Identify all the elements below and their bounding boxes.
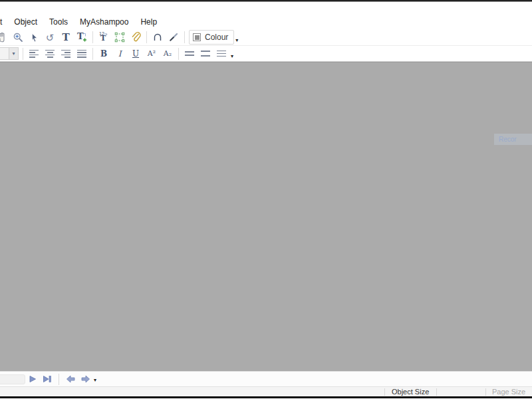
text-frame-button[interactable]: T [74,30,89,45]
bold-button[interactable]: B [96,47,111,61]
toolbar-overflow-arrow-icon[interactable]: ▾ [231,54,233,59]
status-separator [485,388,486,396]
superscript-label: A² [148,49,156,58]
italic-button[interactable]: I [112,47,127,61]
align-center-button[interactable] [43,47,57,61]
back-button[interactable] [64,373,77,385]
underline-button[interactable]: U [128,47,143,61]
colour-swatch-icon [193,33,201,41]
titlebar [0,2,532,16]
last-page-button[interactable] [41,373,54,385]
attach-button[interactable] [128,30,143,45]
nav-separator [59,374,59,385]
faint-tooltip: Recor [494,134,532,145]
status-separator [436,388,437,396]
toolbar-separator [146,31,147,43]
menu-item-cropped[interactable]: t [0,17,8,28]
nav-overflow-arrow-icon[interactable]: ▾ [94,378,96,383]
zoom-tool-button[interactable] [11,30,25,45]
select-tool-button[interactable] [27,30,41,45]
align-right-icon [61,50,70,58]
toolbar-separator [184,31,185,43]
curve-icon [152,32,163,43]
rotate-tool-button[interactable]: ↺ [43,30,57,45]
align-right-button[interactable] [59,47,73,61]
text-toolbar: ▾ B I U A² A₂ [0,46,532,62]
toolbar-separator [92,48,93,60]
status-separator [384,388,385,396]
line-spacing-medium-button[interactable] [198,47,213,61]
toolbar-separator [178,48,179,60]
line-spacing-medium-icon [201,51,210,57]
screen-bottom-edge [0,396,532,398]
app-window: t Object Tools MyAshampoo Help [0,0,532,399]
chevron-down-icon[interactable]: ▾ [9,48,18,59]
align-justify-button[interactable] [74,47,89,61]
font-combobox-field [0,48,9,59]
align-left-button[interactable] [27,47,41,61]
line-spacing-single-button[interactable] [182,47,197,61]
bold-label: B [100,49,107,59]
picker-pen-button[interactable] [166,30,181,45]
numbered-text-icon: 12 T [98,32,109,43]
forward-button[interactable] [78,373,92,385]
page-number-input[interactable] [0,374,25,384]
align-justify-icon [77,50,86,58]
menubar: t Object Tools MyAshampoo Help [0,16,532,29]
magnifier-icon [13,32,23,43]
text-frame-add-icon: T [76,32,87,43]
font-combobox[interactable]: ▾ [0,47,19,60]
last-page-icon [43,375,52,383]
back-arrow-icon [66,375,76,383]
statusbar: Object Size Page Size [0,386,532,396]
line-spacing-wide-icon [217,51,226,57]
subscript-button[interactable]: A₂ [160,47,175,61]
paperclip-icon [130,32,141,43]
rotate-arrow-icon: ↺ [46,33,55,43]
subscript-label: A₂ [164,49,172,58]
align-left-icon [29,50,39,58]
line-spacing-single-icon [185,51,194,56]
menu-item-object[interactable]: Object [8,17,43,28]
next-page-button[interactable] [26,373,39,385]
superscript-button[interactable]: A² [144,47,159,61]
status-object-size: Object Size [392,387,429,396]
underline-label: U [132,49,139,59]
forward-arrow-icon [80,375,90,383]
text-tool-icon: T [62,31,69,43]
page-nav-bar: ▾ [0,371,532,386]
hand-icon [0,32,7,43]
document-canvas[interactable]: Recor [0,62,532,371]
next-page-icon [29,375,37,383]
colour-button-label: Colour [205,33,228,42]
toolbar-separator [92,31,93,43]
numbered-text-button[interactable]: 12 T [96,30,111,45]
toolbar-overflow-arrow-icon[interactable]: ▾ [235,38,238,43]
transform-frame-icon [114,32,125,43]
toolbar-separator [23,48,23,60]
main-toolbar: ↺ T T 12 T [0,29,532,46]
curve-tool-button[interactable] [150,30,165,45]
text-tool-button[interactable]: T [59,30,73,45]
italic-label: I [118,49,122,59]
menu-item-tools[interactable]: Tools [43,17,74,28]
status-page-size: Page Size [492,387,525,396]
pan-tool-button[interactable] [0,30,9,45]
menu-item-help[interactable]: Help [134,17,163,28]
align-center-icon [45,50,55,58]
pen-icon [168,32,179,43]
line-spacing-wide-button[interactable] [214,47,229,61]
menu-item-myashampoo[interactable]: MyAshampoo [74,17,134,28]
cursor-arrow-icon [29,33,39,43]
transform-frame-button[interactable] [112,30,127,45]
colour-button[interactable]: Colour [189,30,234,45]
